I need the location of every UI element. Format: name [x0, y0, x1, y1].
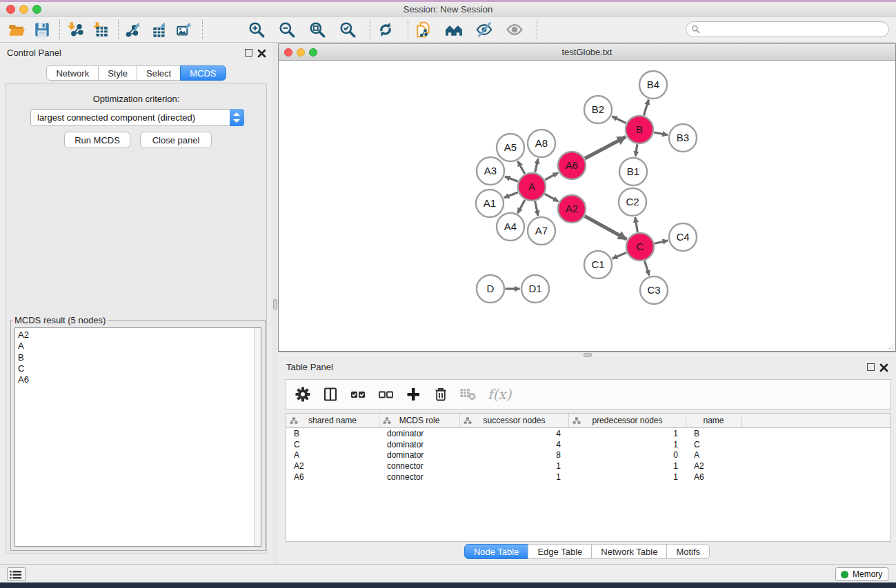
- delete-row-button[interactable]: [432, 384, 453, 405]
- tab-mcds[interactable]: MCDS: [180, 65, 226, 81]
- table-cell[interactable]: 1: [569, 472, 686, 482]
- table-cell[interactable]: A: [286, 450, 379, 460]
- column-header-predecessor-nodes[interactable]: predecessor nodes: [569, 414, 686, 427]
- memory-button[interactable]: Memory: [835, 567, 888, 581]
- graph-node-A4[interactable]: A4: [497, 213, 524, 241]
- table-cell[interactable]: A6: [286, 472, 379, 482]
- graph-edge-A-A6[interactable]: [545, 173, 558, 180]
- graph-edge-A6-B[interactable]: [585, 137, 626, 159]
- tab-motifs[interactable]: Motifs: [666, 544, 710, 559]
- graph-node-C1[interactable]: C1: [584, 251, 612, 278]
- save-session-button[interactable]: [32, 20, 52, 39]
- zoom-selected-button[interactable]: [338, 20, 357, 39]
- network-canvas[interactable]: B4B2BB3A8A5A6A3B1AC2A1A2A4A7C4CC1C3DD1: [279, 61, 895, 351]
- table-cell[interactable]: 1: [569, 440, 686, 449]
- mcds-result-item[interactable]: C: [15, 363, 253, 374]
- graph-edge-A-A8[interactable]: [535, 159, 538, 172]
- zoom-fit-button[interactable]: [308, 20, 327, 39]
- graph-edge-A-A2[interactable]: [545, 194, 559, 201]
- function-builder-button[interactable]: f(x): [488, 386, 511, 403]
- table-row[interactable]: Adominator80A: [286, 449, 890, 460]
- graph-node-A5[interactable]: A5: [497, 134, 524, 161]
- table-row[interactable]: Cdominator41C: [286, 439, 890, 450]
- graph-node-B4[interactable]: B4: [639, 71, 667, 99]
- search-input[interactable]: [700, 25, 888, 34]
- table-cell[interactable]: C: [286, 440, 379, 449]
- import-network-button[interactable]: [66, 20, 85, 39]
- mcds-list-scrollbar[interactable]: [254, 328, 261, 546]
- table-cell[interactable]: 1: [569, 429, 686, 438]
- graph-edge-A-A5[interactable]: [518, 161, 525, 174]
- tab-network-table[interactable]: Network Table: [591, 544, 667, 559]
- table-cell[interactable]: C: [686, 440, 741, 449]
- mcds-result-list[interactable]: A2ABCA6: [14, 327, 261, 547]
- column-header-MCDS-role[interactable]: MCDS role: [379, 414, 460, 427]
- add-row-button[interactable]: [405, 384, 426, 405]
- table-row[interactable]: A6connector11A6: [286, 472, 890, 483]
- table-cell[interactable]: 0: [569, 450, 686, 460]
- search-box[interactable]: [686, 21, 889, 37]
- mcds-result-item[interactable]: A6: [15, 374, 253, 385]
- table-cell[interactable]: 4: [460, 440, 569, 449]
- tab-style[interactable]: Style: [98, 65, 137, 81]
- duplicate-network-button[interactable]: [414, 20, 433, 39]
- table-cell[interactable]: connector: [379, 472, 460, 482]
- graph-node-C4[interactable]: C4: [669, 223, 697, 251]
- show-hidden-button[interactable]: [505, 20, 524, 39]
- run-mcds-button[interactable]: Run MCDS: [64, 132, 130, 148]
- graph-edge-A-A1[interactable]: [504, 192, 518, 198]
- table-cell[interactable]: 1: [569, 461, 686, 471]
- delete-table-button[interactable]: [460, 384, 481, 405]
- table-row[interactable]: A2connector11A2: [286, 460, 890, 472]
- graph-edge-A2-C[interactable]: [585, 216, 627, 239]
- table-cell[interactable]: A6: [686, 472, 741, 482]
- column-visibility-button[interactable]: [322, 384, 343, 405]
- table-row[interactable]: Bdominator41B: [286, 428, 890, 439]
- tab-select[interactable]: Select: [137, 65, 181, 81]
- column-header-name[interactable]: name: [686, 414, 741, 427]
- zoom-in-button[interactable]: [247, 20, 266, 39]
- table-cell[interactable]: A2: [286, 461, 379, 471]
- close-panel-icon[interactable]: [257, 49, 266, 58]
- tab-network[interactable]: Network: [46, 65, 99, 81]
- import-table-button[interactable]: [91, 20, 110, 39]
- table-float-panel-icon[interactable]: [867, 363, 875, 371]
- network-graph[interactable]: B4B2BB3A8A5A6A3B1AC2A1A2A4A7C4CC1C3DD1: [279, 61, 895, 351]
- select-all-button[interactable]: [350, 384, 370, 405]
- column-header-successor-nodes[interactable]: successor nodes: [460, 414, 569, 427]
- graph-node-A2[interactable]: A2: [558, 195, 586, 223]
- graph-node-A[interactable]: A: [518, 173, 546, 201]
- table-cell[interactable]: 4: [460, 429, 569, 438]
- graph-node-A3[interactable]: A3: [477, 157, 504, 185]
- zoom-out-button[interactable]: [277, 20, 297, 39]
- graph-edge-B-B4[interactable]: [644, 100, 648, 116]
- export-network-button[interactable]: [124, 20, 143, 39]
- open-file-button[interactable]: [7, 20, 26, 39]
- network-resize-grip[interactable]: [886, 341, 895, 351]
- optimization-criterion-dropdown[interactable]: largest connected component (directed): [30, 109, 244, 126]
- graph-edge-C-C4[interactable]: [655, 241, 668, 243]
- graph-edge-B-B2[interactable]: [612, 116, 626, 123]
- graph-edge-C-C1[interactable]: [613, 252, 627, 258]
- graph-edge-A-A7[interactable]: [535, 201, 539, 216]
- table-cell[interactable]: 1: [460, 472, 569, 482]
- graph-node-B3[interactable]: B3: [669, 124, 697, 152]
- graph-node-C2[interactable]: C2: [619, 188, 646, 216]
- graph-node-B2[interactable]: B2: [584, 96, 612, 123]
- table-cell[interactable]: 8: [460, 450, 569, 460]
- graph-edge-C-C3[interactable]: [645, 261, 650, 276]
- table-cell[interactable]: A2: [686, 461, 741, 471]
- hide-selected-button[interactable]: [475, 20, 494, 39]
- graph-node-C[interactable]: C: [626, 233, 654, 261]
- close-panel-button[interactable]: Close panel: [140, 132, 212, 148]
- table-cell[interactable]: connector: [379, 461, 460, 471]
- graph-edge-B-B3[interactable]: [654, 132, 668, 135]
- mcds-result-item[interactable]: A: [15, 341, 253, 352]
- table-cell[interactable]: B: [286, 429, 379, 438]
- column-header-shared-name[interactable]: shared name: [286, 414, 379, 427]
- vertical-splitter-grip[interactable]: [273, 299, 277, 310]
- graph-node-D[interactable]: D: [477, 275, 504, 303]
- graph-node-B1[interactable]: B1: [619, 158, 647, 185]
- float-panel-icon[interactable]: [245, 49, 252, 57]
- tab-edge-table[interactable]: Edge Table: [528, 544, 592, 559]
